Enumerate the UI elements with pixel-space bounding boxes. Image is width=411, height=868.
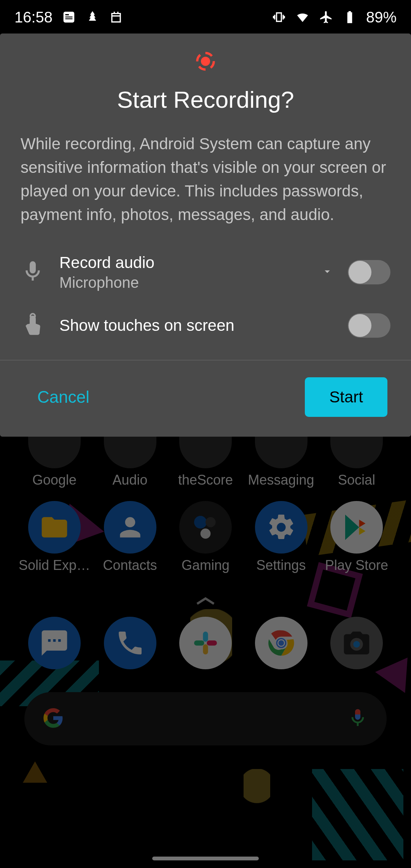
vibrate-icon — [272, 10, 286, 24]
svg-point-17 — [201, 57, 210, 66]
battery-icon — [342, 10, 357, 24]
start-button[interactable]: Start — [305, 377, 387, 417]
record-audio-row: Record audio Microphone — [0, 254, 411, 291]
show-touches-title: Show touches on screen — [59, 316, 333, 335]
news-icon — [62, 10, 76, 24]
svg-rect-13 — [65, 14, 69, 15]
show-touches-toggle[interactable] — [348, 313, 390, 338]
wifi-icon — [295, 10, 310, 24]
dialog-title: Start Recording? — [0, 86, 411, 113]
battery-percent: 89% — [366, 9, 397, 26]
tree-icon — [85, 10, 100, 24]
record-audio-title: Record audio — [59, 254, 307, 272]
dialog-actions: Cancel Start — [0, 361, 411, 437]
record-icon — [0, 50, 411, 72]
dialog-body: While recording, Android System can capt… — [0, 132, 411, 227]
calendar-icon — [109, 10, 123, 24]
record-audio-select[interactable]: Record audio Microphone — [59, 254, 307, 291]
svg-rect-16 — [348, 14, 352, 22]
svg-rect-14 — [65, 16, 73, 17]
record-audio-source: Microphone — [59, 274, 307, 291]
record-audio-toggle[interactable] — [348, 260, 390, 284]
status-bar: 16:58 89% — [0, 0, 411, 34]
chevron-down-icon[interactable] — [321, 265, 333, 279]
show-touches-row: Show touches on screen — [0, 313, 411, 338]
cancel-button[interactable]: Cancel — [24, 380, 103, 414]
airplane-mode-icon — [319, 10, 333, 24]
status-time: 16:58 — [14, 9, 53, 26]
touch-icon — [21, 313, 45, 338]
svg-rect-15 — [65, 18, 73, 19]
screen-record-dialog: Start Recording? While recording, Androi… — [0, 34, 411, 437]
microphone-icon — [21, 259, 45, 285]
